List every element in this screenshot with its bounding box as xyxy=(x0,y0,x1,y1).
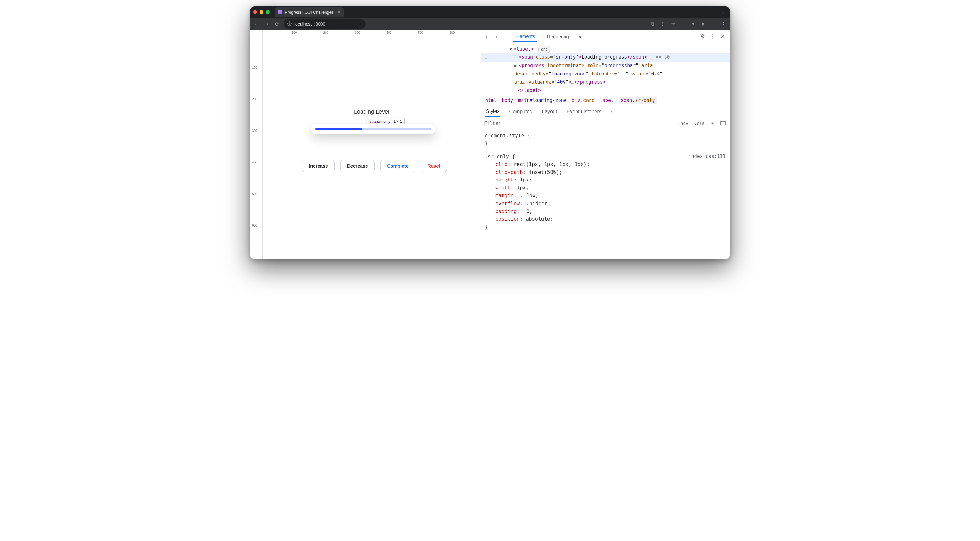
style-declaration[interactable]: height: 1px; xyxy=(485,176,728,184)
browser-menu-icon[interactable]: ⋮ xyxy=(720,21,727,27)
elements-row-selected[interactable]: <span class="sr-only">Loading progress</… xyxy=(481,53,730,61)
increase-button[interactable]: Increase xyxy=(302,160,335,172)
share-icon[interactable]: ⇪ xyxy=(659,21,666,27)
ruler-tick: 300 xyxy=(252,129,257,132)
breadcrumb-item-active[interactable]: span.sr-only xyxy=(619,97,657,104)
progress-card xyxy=(311,124,436,134)
browser-window: Progress | GUI Challenges × + ⌄ ← → ⟳ ⓘ … xyxy=(250,6,730,259)
tab-title: Progress | GUI Challenges xyxy=(285,10,333,14)
button-row: Increase Decrease Complete Reset xyxy=(302,160,455,172)
browser-tab[interactable]: Progress | GUI Challenges × xyxy=(275,7,344,17)
new-tab-button[interactable]: + xyxy=(346,9,353,16)
tooltip-size: 1 × 1 xyxy=(393,119,402,124)
new-style-rule-icon[interactable]: ＋ xyxy=(709,121,716,126)
minimize-window-icon[interactable] xyxy=(259,10,263,14)
guide-vertical xyxy=(373,36,374,259)
devtools-menu-icon[interactable]: ⋮ xyxy=(708,33,717,40)
close-devtools-icon[interactable]: ✕ xyxy=(719,33,727,40)
subtabs-overflow-icon[interactable]: » xyxy=(610,109,613,115)
style-rule-sr-only[interactable]: index.css:111 .sr-only { clip: rect(1px,… xyxy=(485,150,728,231)
reading-list-icon[interactable]: ≡ xyxy=(700,21,706,27)
ruler-tick: 100 xyxy=(292,31,297,34)
style-declaration[interactable]: padding: ▸0; xyxy=(485,208,728,216)
tab-rendering[interactable]: Rendering xyxy=(545,31,571,42)
settings-gear-icon[interactable]: ⚙ xyxy=(698,33,706,40)
style-declaration[interactable]: clip-path: inset(50%); xyxy=(485,169,728,177)
ruler-tick: 500 xyxy=(252,192,257,196)
ruler-tick: 600 xyxy=(252,224,257,227)
style-declaration[interactable]: margin: ▸-1px; xyxy=(485,192,728,200)
tooltip-class: .sr-only xyxy=(378,119,390,124)
close-tab-icon[interactable]: × xyxy=(338,10,340,14)
styles-pane[interactable]: element.style { } index.css:111 .sr-only… xyxy=(481,129,730,259)
tab-elements[interactable]: Elements xyxy=(513,31,537,42)
style-declaration[interactable]: clip: rect(1px, 1px, 1px, 1px); xyxy=(485,161,728,169)
subtab-styles[interactable]: Styles xyxy=(485,107,500,117)
elements-row[interactable]: ▶<progress indeterminate role="progressb… xyxy=(481,62,730,70)
style-source-link[interactable]: index.css:111 xyxy=(689,153,725,160)
complete-button[interactable]: Complete xyxy=(380,160,415,172)
ruler-tick: 100 xyxy=(252,66,257,70)
elements-row[interactable]: aria-valuenow="40%">…</progress> xyxy=(481,78,730,86)
ruler-tick: 200 xyxy=(323,31,329,34)
tabs-overflow-icon[interactable]: » xyxy=(576,33,584,40)
bookmark-icon[interactable]: ☆ xyxy=(669,21,676,27)
zoom-window-icon[interactable] xyxy=(266,10,270,14)
devtools-toolbar: ⬚ ▭ Elements Rendering » ⚙ ⋮ ✕ xyxy=(481,30,730,43)
device-toolbar-icon[interactable]: ▭ xyxy=(494,33,502,40)
forward-icon[interactable]: → xyxy=(263,21,270,27)
elements-row[interactable]: </label> xyxy=(481,86,730,94)
reload-icon[interactable]: ⟳ xyxy=(274,21,280,27)
style-declaration[interactable]: overflow: ▸hidden; xyxy=(485,200,728,208)
close-window-icon[interactable] xyxy=(253,10,257,14)
ruler-horizontal: 100 200 300 400 500 600 xyxy=(262,30,480,36)
ruler-tick: 400 xyxy=(387,31,392,34)
style-declaration[interactable]: position: absolute; xyxy=(485,215,728,223)
breadcrumb-item[interactable]: main#loading-zone xyxy=(518,97,567,103)
content-split: 100 200 300 400 500 600 100 200 300 400 … xyxy=(250,30,730,259)
selected-node-suffix: == $0 xyxy=(656,54,670,60)
breadcrumb-item[interactable]: label xyxy=(600,97,614,103)
reset-button[interactable]: Reset xyxy=(421,160,447,172)
grid-badge[interactable]: grid xyxy=(538,46,550,53)
elements-row[interactable]: ▼<label> grid xyxy=(481,45,730,53)
progress-track[interactable] xyxy=(315,128,431,130)
style-declaration[interactable]: width: 1px; xyxy=(485,184,728,192)
breadcrumb-item[interactable]: div.card xyxy=(572,97,595,103)
favicon-icon xyxy=(278,10,282,14)
url-port: :3000 xyxy=(314,21,325,27)
cls-toggle[interactable]: .cls xyxy=(693,121,706,126)
styles-filter-input[interactable] xyxy=(484,121,673,126)
style-rule-element-style[interactable]: element.style { } xyxy=(485,132,728,148)
computed-sidebar-icon[interactable] xyxy=(719,121,727,126)
back-icon[interactable]: ← xyxy=(253,21,260,27)
ruler-tick: 600 xyxy=(450,31,455,34)
devtools-panel: ⬚ ▭ Elements Rendering » ⚙ ⋮ ✕ ▼<label> … xyxy=(480,30,730,259)
window-controls xyxy=(253,10,270,14)
elements-row[interactable]: describedby="loading-zone" tabindex="-1"… xyxy=(481,70,730,78)
inspect-element-icon[interactable]: ⬚ xyxy=(484,33,492,40)
hov-toggle[interactable]: :hov xyxy=(676,121,690,126)
page-stage: Loading Level span.sr-only 1 × 1 Increas… xyxy=(262,36,480,259)
ruler-tick: 200 xyxy=(252,97,257,101)
breadcrumb-item[interactable]: body xyxy=(502,97,513,103)
breadcrumb-item[interactable]: html xyxy=(485,97,496,103)
url-host: localhost xyxy=(294,21,312,27)
elements-breadcrumb[interactable]: html body main#loading-zone div.card lab… xyxy=(481,95,730,106)
tab-overflow-icon[interactable]: ⌄ xyxy=(719,10,727,14)
site-info-icon[interactable]: ⓘ xyxy=(287,21,292,27)
page-pane: 100 200 300 400 500 600 100 200 300 400 … xyxy=(250,30,480,259)
elements-tree[interactable]: ▼<label> grid <span class="sr-only">Load… xyxy=(481,43,730,95)
tooltip-tagname: span xyxy=(370,119,378,124)
subtab-event-listeners[interactable]: Event Listeners xyxy=(566,107,602,117)
styles-subtabs: Styles Computed Layout Event Listeners » xyxy=(481,106,730,118)
decrease-button[interactable]: Decrease xyxy=(340,160,375,172)
omnibox[interactable]: ⓘ localhost:3000 xyxy=(283,19,366,29)
subtab-computed[interactable]: Computed xyxy=(509,107,533,117)
open-external-icon[interactable]: ⧉ xyxy=(649,21,656,27)
extensions-puzzle-icon[interactable]: ✦ xyxy=(689,21,697,27)
subtab-layout[interactable]: Layout xyxy=(541,107,558,117)
progress-fill xyxy=(315,128,362,130)
ruler-tick: 500 xyxy=(418,31,423,34)
loading-level-title: Loading Level xyxy=(262,108,480,115)
